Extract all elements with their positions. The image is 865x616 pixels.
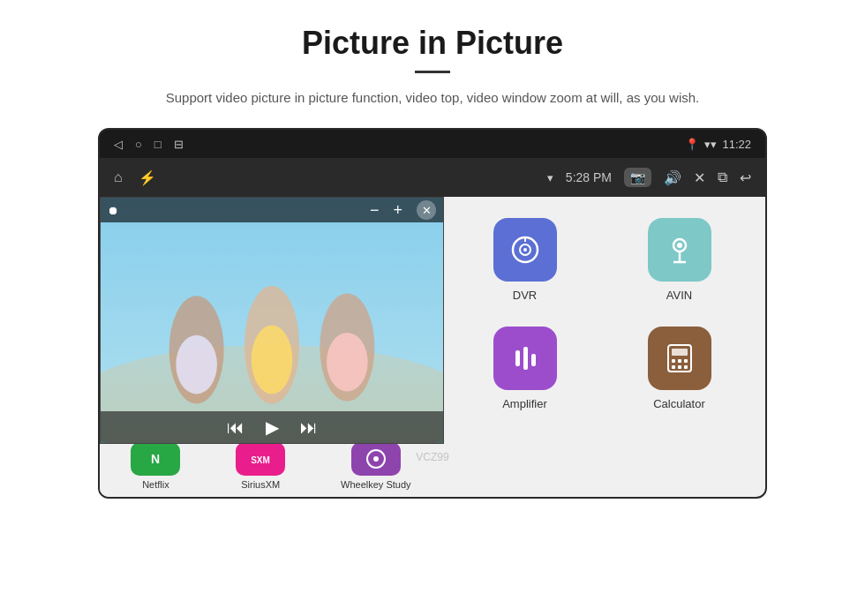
signal-icon: ▾▾ — [704, 138, 717, 151]
svg-rect-24 — [672, 365, 675, 369]
pip-video-svg — [101, 198, 443, 443]
app-bar-left: ⌂ ⚡ — [114, 169, 156, 186]
app-item-wheelkey[interactable]: Wheelkey Study — [341, 442, 410, 490]
usb-icon[interactable]: ⚡ — [139, 169, 156, 186]
avin-icon-svg — [663, 233, 696, 267]
svg-rect-22 — [678, 359, 681, 363]
calculator-icon-svg — [663, 342, 696, 375]
watermark: VCZ99 — [416, 451, 448, 463]
play-button[interactable]: ▶ — [266, 417, 279, 438]
app-bar-time: 5:28 PM — [566, 170, 612, 184]
wheelkey-label: Wheelkey Study — [341, 479, 410, 490]
volume-icon[interactable]: 🔊 — [664, 169, 681, 186]
pip-video — [101, 198, 443, 443]
svg-point-5 — [176, 335, 217, 394]
calculator-app-label: Calculator — [653, 397, 705, 410]
svg-rect-18 — [531, 354, 536, 366]
svg-point-6 — [252, 326, 293, 394]
netflix-label: Netflix — [142, 479, 169, 490]
svg-text:N: N — [151, 452, 160, 466]
svg-rect-25 — [678, 365, 681, 369]
device-frame: ◁ ○ □ ⊟ 📍 ▾▾ 11:22 ⌂ ⚡ ▾ 5:28 PM 📷 🔊 — [98, 128, 767, 499]
dvr-app-icon — [493, 218, 557, 282]
svg-rect-16 — [515, 350, 520, 366]
avin-app-label: AVIN — [666, 289, 692, 302]
pip-controls: − + ✕ — [370, 200, 436, 220]
camera-button[interactable]: 📷 — [624, 168, 651, 187]
recents-nav-icon[interactable]: □ — [154, 138, 162, 151]
pip-top-bar: ⏺ − + ✕ — [101, 198, 443, 222]
siriusxm-icon-svg: SXM — [247, 447, 274, 470]
status-bar-right: 📍 ▾▾ 11:22 — [685, 138, 751, 151]
wifi-icon: ▾ — [547, 171, 553, 184]
netflix-icon-svg: N — [142, 447, 169, 470]
svg-rect-20 — [672, 349, 688, 356]
bottom-apps-row: N Netflix SXM SiriusXM — [100, 435, 442, 497]
app-bar-right: ▾ 5:28 PM 📷 🔊 ✕ ⧉ ↩ — [547, 168, 751, 187]
menu-nav-icon[interactable]: ⊟ — [174, 138, 184, 151]
rewind-button[interactable]: ⏮ — [227, 417, 244, 438]
pip-window[interactable]: ⏺ − + ✕ — [100, 197, 444, 444]
page-subtitle: Support video picture in picture functio… — [35, 87, 830, 109]
svg-text:SXM: SXM — [251, 455, 270, 465]
status-time: 11:22 — [722, 138, 751, 151]
status-bar: ◁ ○ □ ⊟ 📍 ▾▾ 11:22 — [100, 130, 765, 158]
amplifier-icon-svg — [508, 342, 542, 375]
screen-content: ⏺ − + ✕ — [100, 197, 765, 497]
pip-playback: ⏮ ▶ ⏭ — [101, 411, 443, 443]
app-item-netflix[interactable]: N Netflix — [131, 442, 180, 490]
netflix-icon: N — [131, 442, 180, 476]
page-title: Picture in Picture — [35, 25, 830, 62]
back-icon[interactable]: ↩ — [740, 169, 751, 186]
svg-rect-26 — [684, 365, 688, 369]
pip-minus-button[interactable]: − — [370, 201, 380, 220]
app-item-siriusxm[interactable]: SXM SiriusXM — [236, 442, 285, 490]
pip-close-button[interactable]: ✕ — [417, 200, 436, 220]
svg-point-30 — [373, 456, 379, 462]
siriusxm-label: SiriusXM — [241, 479, 280, 490]
title-divider — [415, 71, 450, 73]
amplifier-app-label: Amplifier — [502, 397, 547, 410]
svg-rect-23 — [684, 359, 688, 363]
forward-button[interactable]: ⏭ — [300, 417, 318, 438]
wheelkey-icon — [351, 442, 401, 476]
close-icon[interactable]: ✕ — [694, 169, 705, 186]
dvr-icon-svg — [508, 233, 542, 267]
home-icon[interactable]: ⌂ — [114, 169, 123, 185]
back-nav-icon[interactable]: ◁ — [114, 138, 123, 151]
wheelkey-icon-svg — [363, 447, 389, 470]
svg-point-15 — [677, 243, 682, 248]
calculator-app-icon — [648, 327, 711, 390]
dvr-app-label: DVR — [513, 289, 537, 302]
app-item-dvr[interactable]: DVR — [448, 206, 602, 314]
app-item-amplifier[interactable]: Amplifier — [448, 314, 602, 423]
home-nav-icon[interactable]: ○ — [135, 138, 142, 151]
svg-point-10 — [523, 248, 527, 252]
siriusxm-icon: SXM — [236, 442, 285, 476]
svg-rect-17 — [523, 347, 528, 370]
page-wrapper: Picture in Picture Support video picture… — [0, 0, 865, 499]
avin-app-icon — [648, 218, 711, 282]
status-bar-left: ◁ ○ □ ⊟ — [114, 138, 184, 151]
app-bar: ⌂ ⚡ ▾ 5:28 PM 📷 🔊 ✕ ⧉ ↩ — [100, 158, 765, 197]
location-icon: 📍 — [685, 138, 699, 151]
app-item-calculator[interactable]: Calculator — [602, 314, 756, 423]
svg-point-7 — [327, 333, 368, 392]
app-item-avin[interactable]: AVIN — [602, 206, 756, 314]
pip-icon[interactable]: ⧉ — [718, 169, 727, 185]
app-grid: DVR AVIN — [439, 197, 765, 432]
pip-record-icon: ⏺ — [108, 204, 119, 217]
svg-rect-21 — [672, 359, 675, 363]
amplifier-app-icon — [493, 327, 557, 390]
pip-plus-button[interactable]: + — [393, 201, 402, 220]
